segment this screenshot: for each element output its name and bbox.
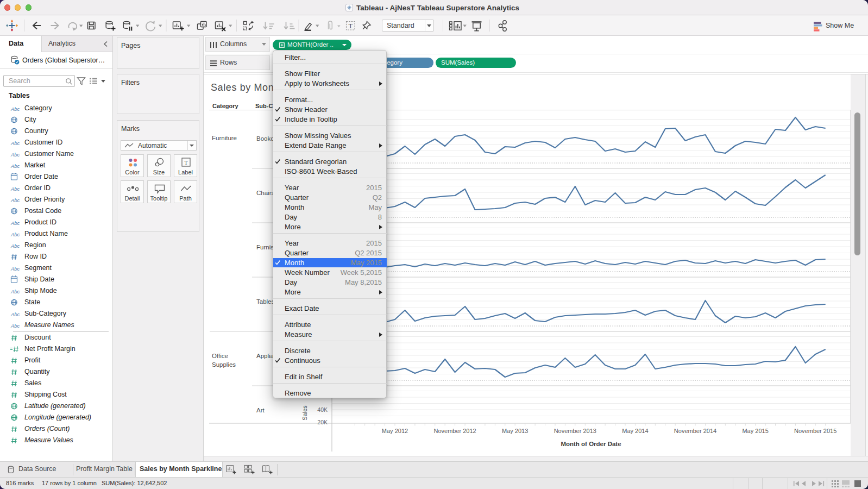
svg-text:Abc: Abc (10, 220, 20, 225)
svg-text:Abc: Abc (10, 311, 20, 317)
svg-text:T: T (184, 160, 187, 166)
svg-text:Abc: Abc (10, 231, 20, 237)
svg-text:Month of Order Date: Month of Order Date (561, 441, 621, 447)
svg-text:Abc: Abc (10, 242, 20, 248)
svg-text:May 2014: May 2014 (622, 428, 648, 434)
svg-text:Chairs: Chairs (256, 190, 274, 196)
svg-text:May 2015: May 2015 (742, 428, 768, 434)
svg-text:May 2013: May 2013 (502, 428, 528, 434)
svg-text:November 2013: November 2013 (554, 428, 596, 434)
svg-text:Art: Art (256, 407, 265, 413)
svg-text:Sales: Sales (301, 405, 308, 421)
svg-text:November 2012: November 2012 (433, 428, 476, 434)
svg-text:40K: 40K (317, 406, 328, 413)
svg-text:Abc: Abc (10, 105, 20, 111)
svg-text:Abc: Abc (10, 265, 20, 271)
svg-text:Abc: Abc (10, 185, 20, 191)
svg-text:Furniture: Furniture (212, 135, 237, 141)
svg-text:Office: Office (212, 353, 228, 359)
svg-text:Supplies: Supplies (212, 361, 236, 368)
svg-text:20K: 20K (317, 419, 328, 425)
svg-text:Abc: Abc (10, 140, 20, 146)
svg-text:Abc: Abc (10, 162, 20, 168)
svg-text:Tables: Tables (256, 298, 274, 305)
svg-text:Abc: Abc (10, 151, 20, 157)
svg-text:Abc: Abc (10, 288, 20, 294)
svg-text:November 2015: November 2015 (794, 428, 836, 434)
svg-text:May 2012: May 2012 (382, 428, 408, 434)
svg-text:November 2014: November 2014 (674, 428, 716, 434)
svg-text:Category: Category (212, 103, 239, 109)
svg-text:Abc: Abc (10, 322, 20, 328)
svg-text:T: T (349, 23, 353, 29)
svg-text:Abc: Abc (10, 197, 20, 203)
